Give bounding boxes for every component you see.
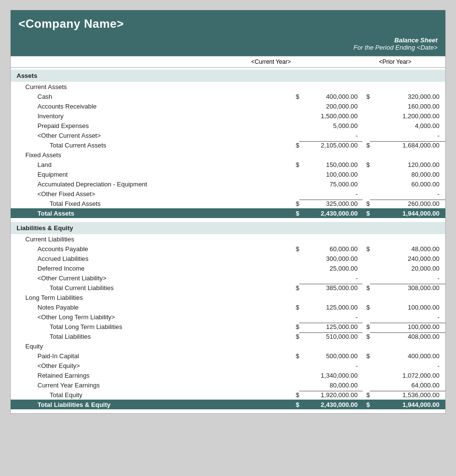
current-assets-label: Current Assets: [11, 83, 445, 91]
table-row: <Other Fixed Asset> - -: [11, 189, 445, 199]
dollar-sign-cy: $: [292, 200, 299, 207]
assets-section-header: Assets: [11, 70, 445, 82]
amount-py: 408,000.00: [370, 332, 445, 340]
total-liabilities-row: Total Liabilities $ 510,000.00 $ 408,000…: [11, 331, 445, 341]
item-label: <Other Equity>: [11, 362, 292, 369]
item-label: Cash: [11, 93, 292, 100]
table-row: Cash $ 400,000.00 $ 320,000.00: [11, 92, 445, 101]
dollar-sign-cy: $: [292, 245, 299, 253]
total-label: Total Current Assets: [11, 142, 292, 149]
current-liabilities-header: Current Liabilities: [11, 234, 445, 244]
total-current-assets-row: Total Current Assets $ 2,105,000.00 $ 1,…: [11, 140, 445, 150]
item-label: Accrued Liabilities: [11, 255, 292, 262]
amount-cy: 60,000.00: [299, 245, 363, 253]
total-label: Total Current Liabilities: [11, 284, 292, 292]
spacer: [11, 409, 445, 413]
amount-py: 1,200,000.00: [370, 112, 445, 120]
total-label: Total Liabilities: [11, 333, 292, 340]
amount-py: 260,000.00: [370, 200, 445, 207]
amount-py: 100,000.00: [370, 323, 445, 330]
current-assets-header: Current Assets: [11, 82, 445, 92]
amount-py: 308,000.00: [370, 284, 445, 292]
table-row: Deferred Income 25,000.00 20,000.00: [11, 263, 445, 273]
dollar-sign-cy: $: [292, 210, 299, 217]
amount-cy: 5,000.00: [299, 122, 363, 129]
amount-cy: 25,000.00: [299, 265, 363, 272]
amount-py: 80,000.00: [370, 171, 445, 178]
dollar-sign-cy: $: [292, 142, 299, 149]
total-long-term-liabilities-row: Total Long Term Liabilities $ 125,000.00…: [11, 322, 445, 331]
dollar-sign-py: $: [363, 391, 370, 399]
total-label: Total Long Term Liabilities: [11, 323, 292, 330]
dollar-sign-cy: $: [292, 352, 299, 360]
total-assets-row: Total Assets $ 2,430,000.00 $ 1,944,000.…: [11, 208, 445, 218]
table-row: Accrued Liabilities 300,000.00 240,000.0…: [11, 254, 445, 263]
dollar-sign-py: $: [363, 323, 370, 330]
dollar-sign-cy: $: [292, 304, 299, 311]
fixed-assets-header: Fixed Assets: [11, 150, 445, 160]
header-right: Balance Sheet For the Period Ending <Dat…: [11, 34, 445, 56]
dollar-sign-py: $: [363, 333, 370, 340]
amount-cy: 150,000.00: [299, 161, 363, 168]
amount-py: 160,000.00: [370, 103, 445, 110]
table-row: Accumulated Depreciation - Equipment 75,…: [11, 179, 445, 189]
table-row: Paid-In Capital $ 500,000.00 $ 400,000.0…: [11, 351, 445, 361]
dollar-sign-py: $: [363, 142, 370, 149]
long-term-liabilities-label: Long Term Liabilities: [11, 294, 445, 301]
dollar-sign-py: $: [363, 304, 370, 311]
current-liabilities-label: Current Liabilities: [11, 236, 445, 243]
item-label: Retained Earnings: [11, 372, 292, 379]
table-row: Accounts Receivable 200,000.00 160,000.0…: [11, 101, 445, 111]
header-top: <Company Name>: [11, 10, 445, 34]
column-headers: <Current Year> <Prior Year>: [11, 56, 445, 68]
amount-py: 1,072,000.00: [370, 372, 445, 379]
item-label: <Other Long Term Liability>: [11, 313, 292, 321]
amount-py: 400,000.00: [370, 352, 445, 360]
total-liabilities-equity-row: Total Liabilities & Equity $ 2,430,000.0…: [11, 400, 445, 409]
dollar-sign-py: $: [363, 352, 370, 360]
amount-cy: -: [299, 190, 363, 198]
dollar-sign-py: $: [363, 93, 370, 100]
amount-py: -: [370, 362, 445, 369]
amount-cy: -: [299, 132, 363, 139]
table-body: Assets Current Assets Cash $ 400,000.00 …: [11, 68, 445, 413]
table-row: Current Year Earnings 80,000.00 64,000.0…: [11, 380, 445, 390]
total-fixed-assets-row: Total Fixed Assets $ 325,000.00 $ 260,00…: [11, 199, 445, 208]
dollar-sign-py: $: [363, 210, 370, 217]
amount-cy: 1,920,000.00: [299, 391, 363, 399]
amount-cy: -: [299, 362, 363, 369]
total-assets-label: Total Assets: [11, 210, 292, 217]
table-row: Inventory 1,500,000.00 1,200,000.00: [11, 111, 445, 121]
dollar-sign-cy: $: [292, 93, 299, 100]
dollar-sign-cy: $: [292, 161, 299, 168]
col-header-cy: <Current Year>: [201, 58, 342, 65]
dollar-sign-cy: $: [292, 391, 299, 399]
table-row: Prepaid Expenses 5,000.00 4,000.00: [11, 121, 445, 130]
total-label: Total Fixed Assets: [11, 200, 292, 207]
amount-py: 60,000.00: [370, 181, 445, 188]
amount-cy: -: [299, 313, 363, 321]
amount-cy: 2,430,000.00: [299, 401, 363, 408]
amount-cy: 325,000.00: [299, 200, 363, 207]
equity-header: Equity: [11, 341, 445, 351]
total-label: Total Equity: [11, 391, 292, 399]
table-row: Land $ 150,000.00 $ 120,000.00: [11, 160, 445, 169]
amount-cy: 80,000.00: [299, 382, 363, 389]
item-label: Inventory: [11, 112, 292, 120]
amount-py: 120,000.00: [370, 161, 445, 168]
amount-py: 20,000.00: [370, 265, 445, 272]
balance-sheet-title: Balance Sheet: [18, 37, 438, 44]
total-current-liabilities-row: Total Current Liabilities $ 385,000.00 $…: [11, 283, 445, 293]
amount-py: 1,944,000.00: [370, 210, 445, 217]
amount-cy: 75,000.00: [299, 181, 363, 188]
dollar-sign-py: $: [363, 284, 370, 292]
amount-py: 4,000.00: [370, 122, 445, 129]
item-label: <Other Current Liability>: [11, 275, 292, 282]
amount-py: 320,000.00: [370, 93, 445, 100]
item-label: Current Year Earnings: [11, 382, 292, 389]
amount-cy: 100,000.00: [299, 171, 363, 178]
amount-cy: 200,000.00: [299, 103, 363, 110]
amount-py: 48,000.00: [370, 245, 445, 253]
fixed-assets-label: Fixed Assets: [11, 151, 445, 159]
amount-py: 1,944,000.00: [370, 401, 445, 408]
